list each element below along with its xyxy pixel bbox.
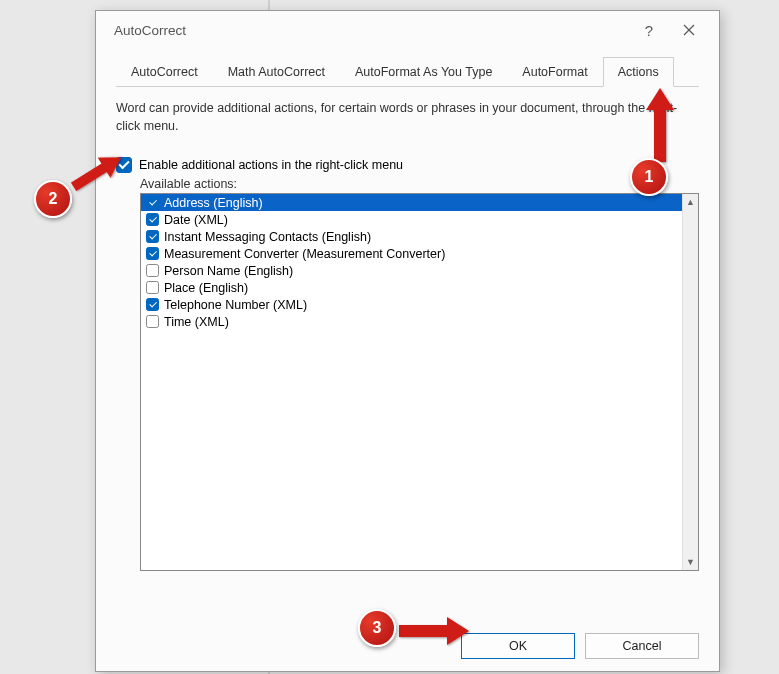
- action-checkbox[interactable]: [146, 213, 159, 226]
- dialog-title: AutoCorrect: [114, 23, 629, 38]
- action-label: Telephone Number (XML): [164, 298, 307, 312]
- list-item[interactable]: Place (English): [141, 279, 682, 296]
- close-button[interactable]: [669, 15, 709, 45]
- list-item[interactable]: Telephone Number (XML): [141, 296, 682, 313]
- scrollbar[interactable]: ▲ ▼: [682, 194, 698, 570]
- tab-autoformat[interactable]: AutoFormat: [507, 57, 602, 86]
- action-checkbox[interactable]: [146, 298, 159, 311]
- available-actions-listbox[interactable]: Address (English)Date (XML)Instant Messa…: [140, 193, 699, 571]
- list-item[interactable]: Address (English): [141, 194, 682, 211]
- list-item[interactable]: Date (XML): [141, 211, 682, 228]
- enable-actions-checkbox[interactable]: [116, 157, 132, 173]
- tab-autocorrect[interactable]: AutoCorrect: [116, 57, 213, 86]
- ok-button[interactable]: OK: [461, 633, 575, 659]
- cancel-button[interactable]: Cancel: [585, 633, 699, 659]
- list-item[interactable]: Person Name (English): [141, 262, 682, 279]
- action-label: Time (XML): [164, 315, 229, 329]
- action-label: Measurement Converter (Measurement Conve…: [164, 247, 445, 261]
- annotation-badge-2: 2: [34, 180, 72, 218]
- tab-bar: AutoCorrectMath AutoCorrectAutoFormat As…: [116, 57, 699, 87]
- tab-math-autocorrect[interactable]: Math AutoCorrect: [213, 57, 340, 86]
- description-text: Word can provide additional actions, for…: [116, 99, 699, 135]
- enable-actions-row: Enable additional actions in the right-c…: [116, 157, 699, 173]
- available-actions-label: Available actions:: [140, 177, 699, 191]
- scroll-down-icon[interactable]: ▼: [683, 554, 698, 570]
- action-label: Person Name (English): [164, 264, 293, 278]
- action-label: Date (XML): [164, 213, 228, 227]
- action-label: Place (English): [164, 281, 248, 295]
- close-icon: [683, 24, 695, 36]
- action-checkbox[interactable]: [146, 230, 159, 243]
- action-label: Instant Messaging Contacts (English): [164, 230, 371, 244]
- autocorrect-dialog: AutoCorrect ? AutoCorrectMath AutoCorrec…: [95, 10, 720, 672]
- action-checkbox[interactable]: [146, 247, 159, 260]
- dialog-footer: OK Cancel: [96, 611, 719, 671]
- action-checkbox[interactable]: [146, 281, 159, 294]
- action-checkbox[interactable]: [146, 315, 159, 328]
- list-item[interactable]: Measurement Converter (Measurement Conve…: [141, 245, 682, 262]
- enable-actions-label: Enable additional actions in the right-c…: [139, 158, 403, 172]
- action-checkbox[interactable]: [146, 196, 159, 209]
- list-item[interactable]: Time (XML): [141, 313, 682, 330]
- titlebar: AutoCorrect ?: [96, 11, 719, 49]
- help-button[interactable]: ?: [629, 15, 669, 45]
- list-item[interactable]: Instant Messaging Contacts (English): [141, 228, 682, 245]
- tab-autoformat-as-you-type[interactable]: AutoFormat As You Type: [340, 57, 507, 86]
- action-checkbox[interactable]: [146, 264, 159, 277]
- scroll-up-icon[interactable]: ▲: [683, 194, 698, 210]
- action-label: Address (English): [164, 196, 263, 210]
- tab-actions[interactable]: Actions: [603, 57, 674, 87]
